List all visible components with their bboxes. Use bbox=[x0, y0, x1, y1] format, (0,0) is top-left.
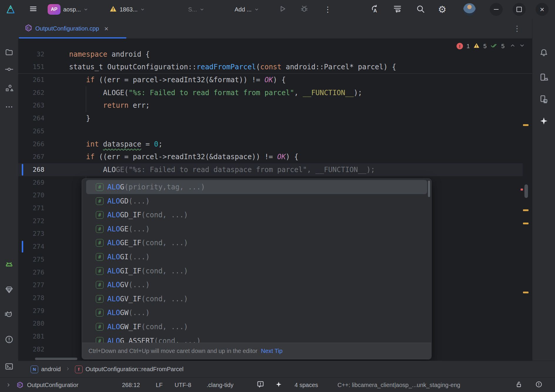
line-number-263[interactable]: 263 bbox=[18, 99, 44, 112]
debug-button[interactable] bbox=[300, 0, 309, 19]
editor-hscrollbar-thumb[interactable] bbox=[35, 358, 77, 360]
line-number-279[interactable]: 279 bbox=[18, 304, 44, 317]
statusbar-expand-button[interactable] bbox=[6, 378, 11, 392]
tab-close-icon[interactable]: × bbox=[104, 25, 108, 33]
editor-line-268[interactable]: 268 ALOGE("%s: Failed to read dataspace … bbox=[18, 163, 532, 176]
completion-item-ALOGD[interactable]: #ALOGD(...) bbox=[86, 194, 427, 208]
line-number-269[interactable]: 269 bbox=[18, 176, 44, 189]
indent-setting[interactable]: 4 spaces bbox=[295, 378, 318, 392]
problems-tool-button[interactable] bbox=[3, 334, 16, 346]
filter-lines-button[interactable] bbox=[393, 0, 402, 19]
lock-toggle-button[interactable] bbox=[515, 378, 523, 392]
analyzer-config[interactable]: .clang-tidy bbox=[207, 378, 233, 392]
toolbar-more-button[interactable]: ⋮ bbox=[324, 0, 332, 19]
line-number-272[interactable]: 272 bbox=[18, 215, 44, 228]
line-number-270[interactable]: 270 bbox=[18, 189, 44, 202]
line-number-275[interactable]: 275 bbox=[18, 253, 44, 266]
running-devices-tool-button[interactable] bbox=[3, 308, 16, 321]
project-widget[interactable]: AP aosp... bbox=[48, 0, 88, 19]
line-number-282[interactable]: 282 bbox=[18, 343, 44, 356]
inspections-widget[interactable]: ! 1 5 5 bbox=[457, 41, 525, 51]
completion-item-ALOGW_IF[interactable]: #ALOGW_IF(cond, ...) bbox=[86, 320, 427, 334]
editor-line-261[interactable]: 261 if ((err = parcel->readInt32(&format… bbox=[18, 73, 532, 86]
ai-status-button[interactable] bbox=[275, 378, 282, 392]
editor-line-263[interactable]: 263 return err; bbox=[18, 99, 532, 112]
user-avatar[interactable] bbox=[463, 0, 476, 19]
readonly-toggle-button[interactable] bbox=[256, 378, 265, 392]
notifications-button[interactable] bbox=[537, 47, 550, 60]
minimize-button[interactable] bbox=[490, 0, 503, 19]
statusbar-file-name[interactable]: OutputConfiguratior bbox=[27, 378, 78, 392]
problems-status-button[interactable] bbox=[535, 378, 543, 392]
app-logo-icon[interactable] bbox=[6, 0, 15, 19]
device-selector[interactable]: Add ... bbox=[235, 0, 259, 19]
running-devices-mirror-button[interactable] bbox=[537, 93, 550, 106]
line-number-273[interactable]: 273 bbox=[18, 227, 44, 240]
rename-refactor-button[interactable]: A bbox=[370, 0, 379, 19]
line-number-262[interactable]: 262 bbox=[18, 86, 44, 99]
caret-position[interactable]: 268:12 bbox=[122, 378, 140, 392]
breadcrumb-namespace[interactable]: android bbox=[41, 366, 61, 373]
run-button[interactable] bbox=[278, 0, 287, 19]
resource-manager-tool-button[interactable] bbox=[3, 82, 16, 95]
prev-problem-button[interactable] bbox=[510, 43, 516, 50]
settings-button[interactable]: ⚙ bbox=[438, 0, 447, 19]
maximize-button[interactable] bbox=[513, 0, 526, 19]
editor-scrollbar-thumb[interactable] bbox=[524, 184, 528, 198]
line-number-266[interactable]: 266 bbox=[18, 138, 44, 151]
code-line-263: return err; bbox=[69, 99, 150, 112]
editor-line-266[interactable]: 266 int dataspace = 0; bbox=[18, 138, 532, 151]
editor-line-264[interactable]: 264 } bbox=[18, 112, 532, 125]
editor-line-151[interactable]: 151status_t OutputConfiguration::readFro… bbox=[18, 60, 532, 73]
language-context[interactable]: C++: libcamera_client|aosp_...unk_stagin… bbox=[337, 378, 460, 392]
completion-item-ALOGD_IF[interactable]: #ALOGD_IF(cond, ...) bbox=[86, 208, 427, 222]
search-everywhere-button[interactable] bbox=[416, 0, 425, 19]
completion-item-ALOGV[interactable]: #ALOGV(...) bbox=[86, 278, 427, 292]
completion-item-ALOG_ASSERT[interactable]: #ALOG_ASSERT(cond, ...) bbox=[86, 334, 427, 343]
line-number-264[interactable]: 264 bbox=[18, 112, 44, 125]
completion-scrollbar-thumb[interactable] bbox=[428, 181, 430, 197]
main-menu-button[interactable] bbox=[29, 0, 38, 19]
editor-line-262[interactable]: 262 ALOGE("%s: Failed to read format fro… bbox=[18, 86, 532, 99]
line-number-151[interactable]: 151 bbox=[18, 60, 44, 73]
breadcrumb-function[interactable]: OutputConfiguration::readFromParcel bbox=[86, 366, 184, 373]
project-tool-button[interactable] bbox=[3, 46, 16, 59]
file-encoding[interactable]: UTF-8 bbox=[175, 378, 191, 392]
vcs-widget[interactable]: 1863... bbox=[109, 0, 145, 19]
line-number-267[interactable]: 267 bbox=[18, 150, 44, 163]
gemini-button[interactable] bbox=[537, 115, 550, 128]
branch-name: 1863... bbox=[120, 6, 138, 13]
app-quality-insights-tool-button[interactable] bbox=[3, 284, 16, 297]
more-tool-windows-button[interactable] bbox=[3, 101, 16, 114]
completion-item-ALOGE_IF[interactable]: #ALOGE_IF(cond, ...) bbox=[86, 236, 427, 250]
line-number-280[interactable]: 280 bbox=[18, 317, 44, 330]
editor-line-32[interactable]: 32namespace android { bbox=[18, 48, 532, 61]
line-number-277[interactable]: 277 bbox=[18, 279, 44, 292]
line-number-32[interactable]: 32 bbox=[18, 48, 44, 61]
completion-item-ALOGW[interactable]: #ALOGW(...) bbox=[86, 306, 427, 320]
run-configuration-selector[interactable]: S... bbox=[188, 0, 204, 19]
line-number-271[interactable]: 271 bbox=[18, 202, 44, 215]
tab-outputconfiguration-cpp[interactable]: C ++ OutputConfiguration.cpp × bbox=[21, 19, 113, 38]
completion-item-ALOGV_IF[interactable]: #ALOGV_IF(cond, ...) bbox=[86, 292, 427, 306]
editor-line-265[interactable]: 265 bbox=[18, 125, 532, 138]
completion-item-ALOGI_IF[interactable]: #ALOGI_IF(cond, ...) bbox=[86, 264, 427, 278]
terminal-tool-button[interactable] bbox=[3, 361, 16, 374]
device-manager-button[interactable] bbox=[537, 72, 550, 85]
next-tip-link[interactable]: Next Tip bbox=[261, 348, 282, 354]
line-number-276[interactable]: 276 bbox=[18, 266, 44, 279]
line-number-281[interactable]: 281 bbox=[18, 330, 44, 343]
line-number-278[interactable]: 278 bbox=[18, 292, 44, 304]
line-number-261[interactable]: 261 bbox=[18, 73, 44, 86]
next-problem-button[interactable] bbox=[519, 43, 525, 50]
tab-options-button[interactable]: ⋮ bbox=[513, 19, 521, 38]
editor-line-267[interactable]: 267 if ((err = parcel->readInt32(&datasp… bbox=[18, 150, 532, 163]
line-ending[interactable]: LF bbox=[156, 378, 163, 392]
logcat-tool-button[interactable] bbox=[3, 258, 16, 271]
close-button[interactable]: × bbox=[536, 0, 549, 19]
completion-item-ALOGE[interactable]: #ALOGE(...) bbox=[86, 222, 427, 236]
completion-item-ALOGI[interactable]: #ALOGI(...) bbox=[86, 250, 427, 264]
completion-item-ALOG[interactable]: #ALOG(priority,tag, ...) bbox=[86, 180, 427, 194]
commit-tool-button[interactable] bbox=[3, 63, 16, 76]
line-number-265[interactable]: 265 bbox=[18, 125, 44, 138]
